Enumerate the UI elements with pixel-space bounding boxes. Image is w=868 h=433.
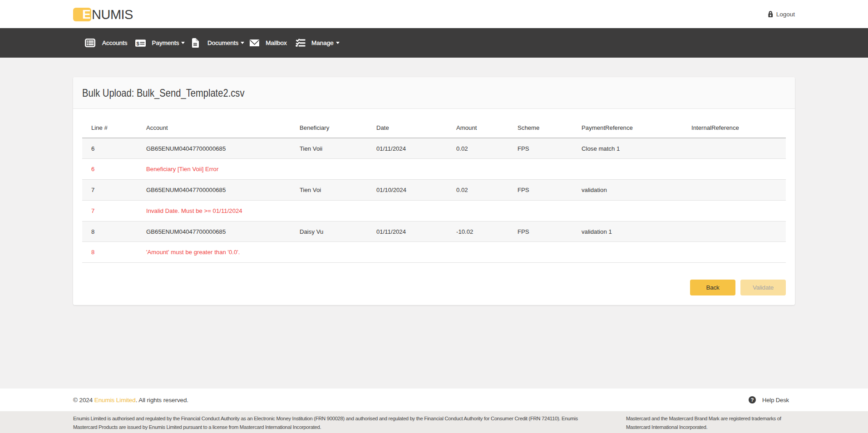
svg-text:$: $ [136, 40, 139, 46]
